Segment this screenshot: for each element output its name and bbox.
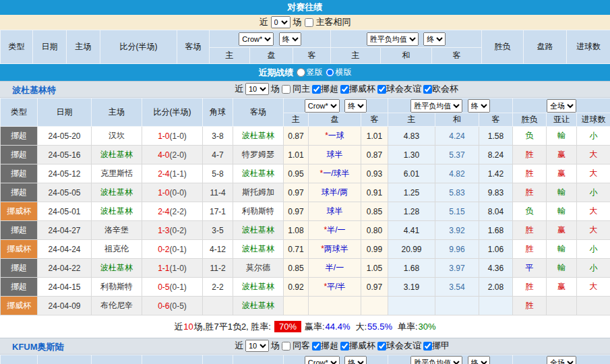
league-badge: 挪威杯 <box>1 240 38 259</box>
result-goals: 小 <box>577 259 610 278</box>
league-filter[interactable]: 挪威杯 <box>340 83 375 95</box>
final-avg-select[interactable]: 终 <box>468 356 490 364</box>
match-row: 挪威杯24-05-01波杜基林2-4(2-2)17-1利勒斯特0.97球半0.8… <box>1 202 610 221</box>
vertical-radio-input[interactable] <box>297 68 305 77</box>
final-odds-select[interactable]: 终 <box>279 32 301 46</box>
team2-match-table: 类型 日期 主场 比分(半场) 角球 客场 Crow* 终 胜平负均值 终 全场… <box>0 355 610 364</box>
horizontal-radio-input[interactable] <box>326 68 334 77</box>
final-avg-select[interactable]: 终 <box>423 32 446 46</box>
away-team: 波杜基林 <box>233 240 284 259</box>
h2h-table: 类型 日期 主场 比分(半场) 客场 Crow* 终 胜平负均值 终 胜负 盘路… <box>0 30 610 64</box>
home-odds: 0.92 <box>284 278 309 297</box>
away-team: 斯托姆加 <box>233 183 284 202</box>
h2h-near-count-select[interactable]: 0 <box>271 16 291 28</box>
home-odds: 0.95 <box>284 164 309 183</box>
col-avg-home: 主 <box>331 48 381 64</box>
result-handicap: 輸 <box>547 202 577 221</box>
away-odds: 0.97 <box>361 278 388 297</box>
result-handicap <box>547 297 577 315</box>
result-winloss: 胜 <box>513 297 547 315</box>
league-checkbox[interactable] <box>340 342 349 351</box>
col-date: 日期 <box>38 98 92 127</box>
away-team: 利勒斯特 <box>233 202 284 221</box>
corner-stat: 11-2 <box>203 259 233 278</box>
handicap: *两球半 <box>309 240 361 259</box>
league-checkbox[interactable] <box>377 85 386 94</box>
match-date: 24-04-22 <box>38 259 92 278</box>
same-home-away-checkbox[interactable] <box>305 18 313 27</box>
col-type: 类型 <box>1 355 38 364</box>
league-badge: 挪威杯 <box>1 297 38 315</box>
summary-near: 近 <box>174 321 183 333</box>
league-filter[interactable]: 挪甲 <box>423 340 450 352</box>
col-avg-draw: 和 <box>381 48 432 64</box>
league-filter[interactable]: 挪超 <box>312 83 338 95</box>
away-team: 波杜基林 <box>233 221 284 240</box>
league-filter[interactable]: 挪威杯 <box>340 340 375 352</box>
final-odds-select[interactable]: 终 <box>344 356 367 364</box>
corner-stat: 5-8 <box>203 164 233 183</box>
team2-name[interactable]: KFUM奥斯陆 <box>12 341 64 353</box>
layout-vertical-radio[interactable]: 竖版 <box>297 67 323 78</box>
col-avg-draw: 和 <box>435 113 479 127</box>
team2-section-row: KFUM奥斯陆 近 10 场 同客 挪超 挪威杯 球会友谊 挪甲 <box>0 338 610 355</box>
h2h-title: 对赛往绩 <box>288 1 323 13</box>
away-odds: 0.93 <box>361 164 388 183</box>
team1-name[interactable]: 波杜基林特 <box>12 84 56 96</box>
away-odds: 0.99 <box>361 240 388 259</box>
home-odds: 1.08 <box>284 221 309 240</box>
col-date: 日期 <box>38 355 92 364</box>
avg-away: 1.06 <box>479 240 513 259</box>
avg-odds-select[interactable]: 胜平负均值 <box>367 32 419 46</box>
final-avg-select[interactable]: 终 <box>468 99 490 113</box>
vertical-label: 竖版 <box>307 67 323 78</box>
odds-provider-select[interactable]: Crow* <box>305 356 340 364</box>
avg-away <box>479 297 513 315</box>
team1-section-row: 波杜基林特 近 10 场 同主 挪超 挪威杯 球会友谊 欧会杯 <box>0 81 610 98</box>
league-checkbox[interactable] <box>423 85 432 94</box>
recent-results-bar: 近期战绩 竖版 横版 <box>0 64 610 81</box>
corner-stat: 3-5 <box>203 221 233 240</box>
same-home-checkbox[interactable] <box>282 85 291 94</box>
layout-horizontal-radio[interactable]: 横版 <box>326 67 352 78</box>
avg-home: 20.99 <box>388 240 435 259</box>
league-filter[interactable]: 球会友谊 <box>377 340 421 352</box>
avg-odds-select[interactable]: 胜平负均值 <box>410 356 462 364</box>
result-goals: 大 <box>577 202 610 221</box>
home-team: 洛辛堡 <box>92 221 142 240</box>
league-checkbox[interactable] <box>340 85 349 94</box>
odds-provider-select[interactable]: Crow* <box>239 32 274 46</box>
avg-away: 8.04 <box>479 202 513 221</box>
match-date: 24-05-05 <box>38 183 92 202</box>
cover-rate-value: 44.4% <box>326 322 350 332</box>
team2-near-count-select[interactable]: 10 <box>245 340 269 352</box>
odds-provider-select[interactable]: Crow* <box>305 99 340 113</box>
handicap: *半/一 <box>309 221 361 240</box>
league-checkbox[interactable] <box>312 85 321 94</box>
league-checkbox[interactable] <box>423 342 432 351</box>
full-match-select[interactable]: 全场 <box>547 99 576 113</box>
corner-stat: 17-1 <box>203 202 233 221</box>
team1-near-count-select[interactable]: 10 <box>245 83 269 95</box>
avg-away: 2.08 <box>479 278 513 297</box>
match-row: 挪威杯24-04-24祖克伦0-2(0-1)4-12波杜基林0.71*两球半0.… <box>1 240 610 259</box>
full-match-select[interactable]: 全场 <box>547 356 576 364</box>
avg-home: 1.25 <box>388 183 435 202</box>
avg-odds-select[interactable]: 胜平负均值 <box>410 99 462 113</box>
away-team: 波杜基林 <box>233 278 284 297</box>
result-goals <box>577 297 610 315</box>
league-label: 欧会杯 <box>432 83 458 95</box>
league-checkbox[interactable] <box>377 342 386 351</box>
big-rate-value: 55.5% <box>367 322 392 332</box>
league-filter[interactable]: 挪超 <box>312 340 338 352</box>
league-filter[interactable]: 球会友谊 <box>377 83 421 95</box>
avg-draw: 3.54 <box>435 278 479 297</box>
league-badge: 挪超 <box>1 221 38 240</box>
away-odds <box>361 297 388 315</box>
league-checkbox[interactable] <box>312 342 321 351</box>
final-odds-select[interactable]: 终 <box>344 99 367 113</box>
same-away-checkbox[interactable] <box>282 342 291 351</box>
away-odds: 0.80 <box>361 221 388 240</box>
league-label: 挪威杯 <box>349 340 375 352</box>
league-filter[interactable]: 欧会杯 <box>423 83 458 95</box>
